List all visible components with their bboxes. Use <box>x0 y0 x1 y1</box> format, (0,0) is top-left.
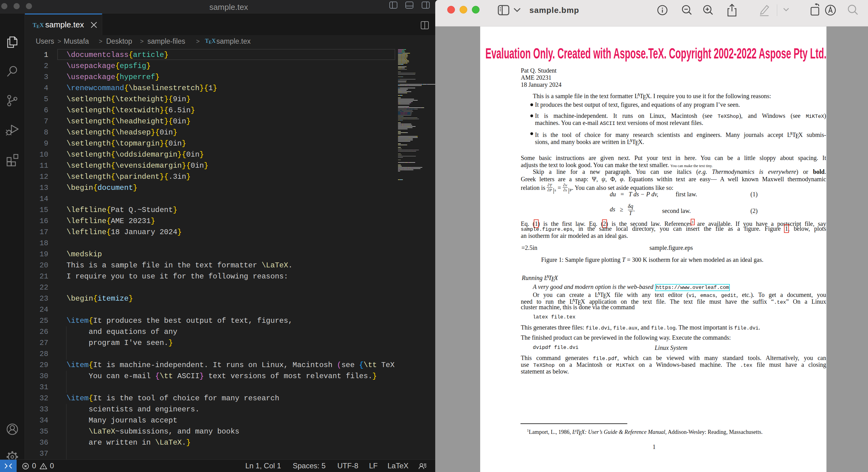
svg-text:Evaluation Only. Created with: Evaluation Only. Created with Aspose.TeX… <box>486 45 827 62</box>
